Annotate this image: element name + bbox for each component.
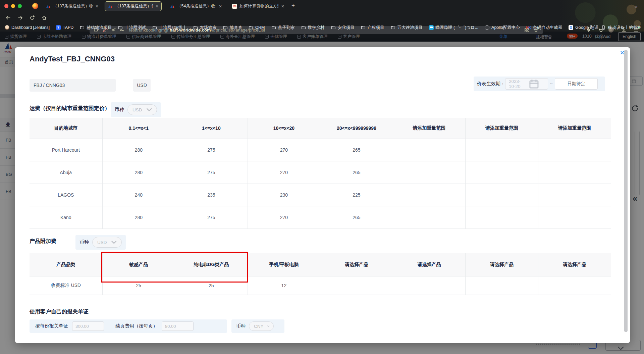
bookmark-item[interactable]: HK 条码自动生成器 [526, 25, 562, 31]
price-cell[interactable]: 270 [248, 161, 320, 184]
customs-currency-select[interactable]: CNY [249, 321, 274, 331]
bookmark-folder[interactable]: 数字乡村 [301, 25, 325, 31]
reload-icon[interactable] [30, 15, 35, 20]
price-cell[interactable] [393, 184, 466, 206]
macos-traffic-lights[interactable] [4, 4, 22, 8]
price-cell[interactable] [466, 206, 538, 229]
bookmark-folder[interactable]: 产权项目 [361, 25, 384, 31]
bookmark-folder[interactable]: 赫德物流项目 [80, 25, 112, 31]
folder-icon [271, 25, 276, 30]
price-cell[interactable]: 280 [102, 139, 175, 161]
price-cell[interactable]: 265 [320, 161, 393, 184]
start-date-input[interactable]: 2023-10-20 [505, 78, 548, 90]
select-product-header[interactable]: 请选择产品 [466, 253, 538, 276]
price-cell[interactable]: 225 [320, 184, 393, 206]
bookmark-item[interactable]: 哔哩哔哩 (゜-゜)つロ... [429, 25, 479, 31]
tab-close-icon[interactable]: ✕ [281, 4, 284, 9]
bookmark-item[interactable]: Apollo配置中心 [485, 25, 520, 31]
price-cell[interactable]: 270 [248, 139, 320, 161]
price-cell[interactable] [538, 276, 611, 295]
tab-3[interactable]: （54条推送信息）收货管理 - 赫... ✕ [167, 1, 225, 11]
price-cell[interactable] [538, 161, 611, 184]
price-cell[interactable] [466, 161, 538, 184]
select-product-header[interactable]: 请选择产品 [320, 253, 393, 276]
price-cell[interactable]: 240 [102, 184, 175, 206]
select-product-header[interactable]: 请选择产品 [393, 253, 466, 276]
bookmark-item[interactable]: T TAPD [56, 25, 73, 30]
add-weight-range-header[interactable]: 请添加重量范围 [538, 118, 611, 139]
price-cell[interactable]: 280 [102, 161, 175, 184]
modal-scrollbar-thumb[interactable] [624, 50, 628, 332]
bookmark-item[interactable]: Dashboard [Jenkins] [5, 25, 50, 30]
column-header: 0.1<=x<1 [102, 118, 175, 139]
price-cell[interactable] [466, 184, 538, 206]
mobile-bookmarks[interactable]: 移动设备上的书签 [601, 23, 641, 32]
price-cell[interactable]: 280 [102, 206, 175, 229]
freight-currency-select[interactable]: USD [127, 104, 157, 115]
screen: （137条推送信息）物流费用录入 ✕ （137条推送信息）价表维护 - 赫...… [0, 0, 644, 354]
price-list-code-field[interactable]: FBJ / CNNG03 [30, 79, 116, 92]
price-cell[interactable] [538, 184, 611, 206]
per-doc-fee-input[interactable]: 300.00 [72, 321, 104, 331]
back-icon[interactable] [5, 15, 11, 20]
tab-2-active[interactable]: （137条推送信息）价表维护 - 赫... ✕ [105, 1, 162, 11]
price-cell[interactable]: 265 [320, 139, 393, 161]
bookmark-folder[interactable]: 燕子到家 [271, 25, 295, 31]
bookmark-label: 安化项目 [338, 25, 355, 31]
bookmark-label: 产权项目 [368, 25, 384, 31]
close-icon[interactable]: × [620, 49, 625, 57]
price-cell[interactable] [538, 139, 611, 161]
column-header: 手机/平板电脑 [248, 253, 320, 276]
price-cell[interactable] [393, 206, 466, 229]
bookmark-label: TAPD [63, 25, 73, 30]
city-cell: Kano [30, 206, 102, 229]
bookmark-folder[interactable]: 安化项目 [331, 25, 355, 31]
price-cell[interactable] [320, 276, 393, 295]
select-product-header[interactable]: 请选择产品 [538, 253, 611, 276]
tab-4[interactable]: 100 如何计算货物的立方数?如纸箱为... ✕ [229, 1, 287, 11]
bookmark-folder[interactable]: 五大连池项目 [391, 25, 423, 31]
tab-close-icon[interactable]: ✕ [95, 4, 99, 9]
close-window-button[interactable] [4, 4, 8, 8]
end-date-input[interactable]: 日期待定 [555, 78, 598, 90]
per-page-fee-input[interactable]: 80.00 [162, 321, 194, 331]
bookmark-label: Dashboard [Jenkins] [11, 25, 50, 30]
tab-1[interactable]: （137条推送信息）物流费用录入 ✕ [43, 1, 102, 11]
bookmark-folder[interactable]: 土流网测试 [118, 25, 146, 31]
price-cell[interactable]: 275 [175, 139, 248, 161]
price-cell[interactable] [393, 276, 466, 295]
zoom-window-button[interactable] [18, 4, 22, 8]
price-cell[interactable] [393, 161, 466, 184]
bookmark-folder[interactable]: 土流网stg/线上 [152, 25, 187, 31]
price-cell[interactable]: 275 [175, 206, 248, 229]
price-cell[interactable]: 265 [320, 206, 393, 229]
baidu-100-favicon: 100 [232, 4, 237, 9]
tab-close-icon[interactable]: ✕ [219, 4, 222, 9]
add-weight-range-header[interactable]: 请添加重量范围 [466, 118, 538, 139]
price-cell[interactable]: 230 [248, 184, 320, 206]
price-cell[interactable]: 12 [248, 276, 320, 295]
price-cell[interactable] [466, 276, 538, 295]
add-weight-range-header[interactable]: 请添加重量范围 [393, 118, 466, 139]
forward-icon[interactable] [18, 15, 23, 20]
price-cell[interactable]: 270 [248, 206, 320, 229]
minimize-window-button[interactable] [11, 4, 15, 8]
price-cell[interactable]: 235 [175, 184, 248, 206]
new-tab-button[interactable]: + [289, 2, 297, 9]
price-cell[interactable] [466, 139, 538, 161]
home-icon[interactable] [42, 15, 47, 20]
table-row: LAGOS 240 235 230 225 [30, 184, 611, 206]
bookmark-folder[interactable]: 地查查 [223, 25, 243, 31]
modal-title: AndyTest_FBJ_CNNG03 [30, 55, 115, 63]
price-cell[interactable] [538, 206, 611, 229]
tab-overflow-chevron-icon[interactable]: ⌄ [632, 2, 640, 9]
price-cell[interactable] [393, 139, 466, 161]
firefox-icon[interactable] [32, 3, 38, 9]
bookmark-folder[interactable]: CRM [249, 25, 265, 30]
bookmark-folder[interactable]: 农场管家 [193, 25, 217, 31]
bookmark-item[interactable]: G Google 翻译 [569, 25, 598, 31]
google-translate-favicon: G [569, 25, 573, 30]
price-cell[interactable]: 275 [175, 161, 248, 184]
tab-close-icon[interactable]: ✕ [155, 4, 159, 9]
surcharge-currency-select[interactable]: USD [92, 237, 122, 248]
